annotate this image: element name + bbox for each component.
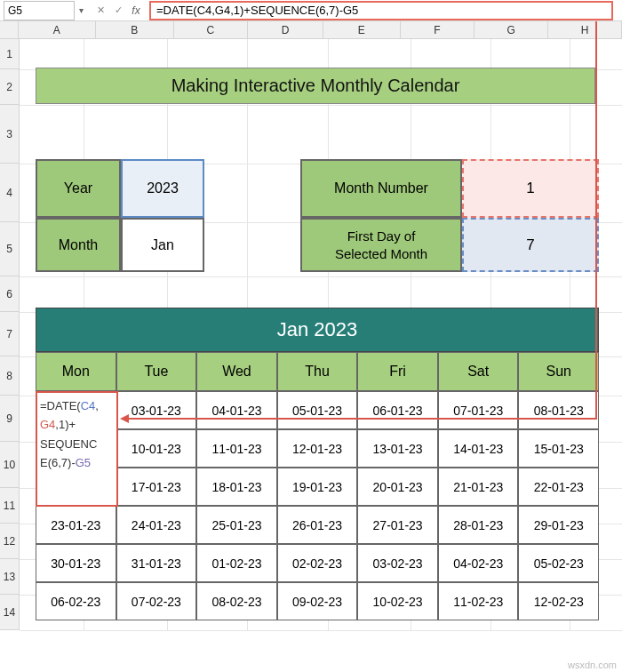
month-label: Month: [36, 218, 121, 272]
calendar-day-header: Fri: [357, 352, 438, 391]
row-header[interactable]: 1: [0, 39, 20, 69]
formula-part: ,1)+: [55, 418, 76, 431]
row-header[interactable]: 12: [0, 524, 20, 559]
calendar-cell[interactable]: 11-02-23: [438, 582, 519, 620]
row-header[interactable]: 6: [0, 276, 20, 312]
calendar-day-header: Sat: [438, 352, 519, 391]
calendar-cell[interactable]: 05-01-23: [277, 391, 358, 429]
calendar-cell[interactable]: 25-01-23: [196, 506, 277, 544]
column-header[interactable]: C: [174, 21, 249, 38]
calendar-cell[interactable]: 12-01-23: [277, 429, 358, 468]
row-header[interactable]: 11: [0, 488, 20, 524]
arrow-line: [595, 21, 597, 419]
calendar-cell[interactable]: 06-01-23: [357, 391, 438, 429]
formula-ref-g5: G5: [76, 456, 91, 469]
calendar-day-header: Tue: [116, 352, 197, 391]
formula-part: ,: [95, 399, 99, 412]
calendar-cell[interactable]: 31-01-23: [116, 544, 197, 582]
name-box-dropdown-icon[interactable]: ▾: [75, 1, 87, 20]
calendar-cell[interactable]: 18-01-23: [196, 468, 277, 506]
calendar-cell[interactable]: 08-01-23: [518, 391, 599, 429]
column-header[interactable]: F: [401, 21, 475, 38]
row-header[interactable]: 8: [0, 356, 20, 396]
calendar-row: 10-01-2311-01-2312-01-2313-01-2314-01-23…: [36, 429, 599, 468]
row-header[interactable]: 14: [0, 595, 20, 630]
select-all-button[interactable]: [0, 21, 19, 38]
formula-part: E(6,7)-: [40, 456, 76, 469]
calendar-cell[interactable]: 20-01-23: [357, 468, 438, 506]
calendar-cell[interactable]: 07-02-23: [116, 582, 197, 620]
calendar-title: Jan 2023: [36, 308, 599, 352]
row-header[interactable]: 2: [0, 69, 20, 105]
column-header[interactable]: G: [474, 21, 548, 38]
calendar-cell[interactable]: 03-01-23: [116, 391, 197, 429]
arrow-line: [129, 418, 597, 420]
cancel-icon[interactable]: ✕: [92, 3, 108, 19]
calendar-cell[interactable]: 23-01-23: [36, 506, 116, 544]
year-label: Year: [36, 159, 121, 218]
calendar-cell[interactable]: 14-01-23: [438, 429, 519, 468]
calendar-day-header: Sun: [518, 352, 599, 391]
row-header[interactable]: 3: [0, 105, 20, 164]
calendar: Jan 2023 MonTueWedThuFriSatSun 03-01-230…: [36, 308, 599, 620]
calendar-cell[interactable]: 15-01-23: [518, 429, 599, 468]
calendar-cell[interactable]: 13-01-23: [357, 429, 438, 468]
formula-buttons: ✕ ✓ fx: [92, 3, 144, 19]
formula-editing-cell[interactable]: =DATE(C4,G4,1)+SEQUENCE(6,7)-G5: [36, 391, 118, 507]
row-header[interactable]: 7: [0, 312, 20, 356]
grid[interactable]: Making Interactive Monthly Calendar Year…: [20, 39, 622, 630]
sheet-area: 1234567891011121314 Making Interactive M…: [0, 39, 622, 630]
calendar-cell[interactable]: 03-02-23: [357, 544, 438, 582]
year-value-cell[interactable]: 2023: [121, 159, 204, 218]
row-header[interactable]: 13: [0, 559, 20, 595]
enter-icon[interactable]: ✓: [110, 3, 126, 19]
name-box[interactable]: G5: [4, 1, 75, 20]
calendar-cell[interactable]: 17-01-23: [116, 468, 197, 506]
row-header[interactable]: 10: [0, 442, 20, 488]
row-header[interactable]: 9: [0, 396, 20, 442]
calendar-cell[interactable]: 22-01-23: [518, 468, 599, 506]
calendar-cell[interactable]: 21-01-23: [438, 468, 519, 506]
calendar-cell[interactable]: 26-01-23: [277, 506, 358, 544]
calendar-cell[interactable]: 19-01-23: [277, 468, 358, 506]
month-number-cell[interactable]: 1: [462, 159, 599, 218]
calendar-cell[interactable]: 28-01-23: [438, 506, 519, 544]
calendar-cell[interactable]: 06-02-23: [36, 582, 116, 620]
calendar-cell[interactable]: 11-01-23: [196, 429, 277, 468]
calendar-cell[interactable]: 29-01-23: [518, 506, 599, 544]
column-header[interactable]: E: [323, 21, 401, 38]
column-header[interactable]: D: [248, 21, 323, 38]
calendar-day-header: Mon: [36, 352, 116, 391]
column-header[interactable]: A: [19, 21, 96, 38]
calendar-cell[interactable]: 10-01-23: [116, 429, 197, 468]
formula-input[interactable]: =DATE(C4,G4,1)+SEQUENCE(6,7)-G5: [149, 1, 613, 20]
calendar-cell[interactable]: 30-01-23: [36, 544, 116, 582]
calendar-row: 23-01-2324-01-2325-01-2326-01-2327-01-23…: [36, 506, 599, 544]
arrow-head-icon: [120, 414, 129, 423]
calendar-cell[interactable]: 05-02-23: [518, 544, 599, 582]
formula-part: =DATE(: [40, 399, 81, 412]
calendar-cell[interactable]: 02-02-23: [277, 544, 358, 582]
fx-icon[interactable]: fx: [128, 3, 144, 19]
row-header[interactable]: 5: [0, 222, 20, 276]
calendar-cell[interactable]: 12-02-23: [518, 582, 599, 620]
calendar-cell[interactable]: 09-02-23: [277, 582, 358, 620]
calendar-cell[interactable]: 07-01-23: [438, 391, 519, 429]
calendar-cell[interactable]: 01-02-23: [196, 544, 277, 582]
page-title: Making Interactive Monthly Calendar: [36, 68, 595, 104]
formula-part: SEQUENC: [40, 437, 97, 451]
calendar-row: 03-01-2304-01-2305-01-2306-01-2307-01-23…: [36, 391, 599, 429]
calendar-cell[interactable]: 04-02-23: [438, 544, 519, 582]
calendar-cell[interactable]: 08-02-23: [196, 582, 277, 620]
calendar-cell[interactable]: 24-01-23: [116, 506, 197, 544]
column-header[interactable]: H: [548, 21, 622, 38]
column-header[interactable]: B: [96, 21, 173, 38]
formula-ref-g4: G4: [40, 418, 55, 431]
calendar-cell[interactable]: 04-01-23: [196, 391, 277, 429]
first-day-cell[interactable]: 7: [462, 218, 599, 272]
calendar-cell[interactable]: 10-02-23: [357, 582, 438, 620]
first-day-label: First Day of Selected Month: [300, 218, 462, 272]
calendar-cell[interactable]: 27-01-23: [357, 506, 438, 544]
row-header[interactable]: 4: [0, 164, 20, 222]
month-value-cell[interactable]: Jan: [121, 218, 204, 272]
